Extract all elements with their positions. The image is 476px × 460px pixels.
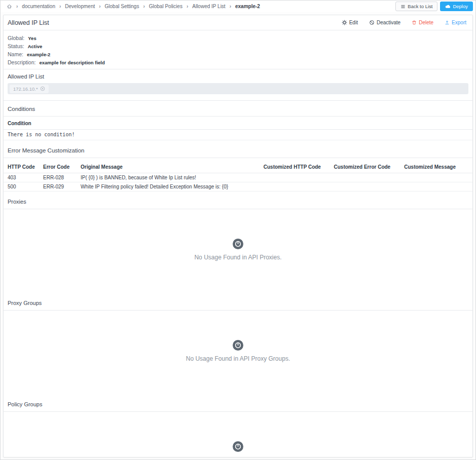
delete-button[interactable]: Delete bbox=[412, 20, 433, 25]
allowed-ip-list-section: Allowed IP List 172.16.10.* bbox=[4, 69, 472, 101]
gear-icon bbox=[342, 20, 347, 25]
proxies-section-header: Proxies bbox=[4, 191, 472, 209]
proxy-groups-section-header: Proxy Groups bbox=[4, 293, 472, 311]
trash-icon bbox=[412, 20, 417, 25]
original-message-header: Original Message bbox=[79, 158, 262, 173]
details-panel: Global: Yes Status: Active Name: example… bbox=[4, 30, 472, 69]
policy-groups-empty-message: No Usage Found in Policy Groups. bbox=[191, 456, 285, 457]
back-to-list-button[interactable]: Back to List bbox=[395, 2, 437, 11]
error-code-cell: ERR-028 bbox=[41, 173, 79, 182]
description-label: Description: bbox=[8, 59, 35, 65]
deploy-cloud-icon bbox=[445, 4, 451, 9]
error-customization-title: Error Message Customization bbox=[8, 147, 84, 154]
http-code-cell: 500 bbox=[4, 182, 41, 191]
conditions-section-header: Conditions bbox=[4, 101, 472, 117]
conditions-table: Condition There is no condition! bbox=[4, 117, 472, 140]
original-message-cell: IP( {0} ) is BANNED, because of White Ip… bbox=[79, 173, 262, 182]
customized-error-code-cell bbox=[332, 182, 402, 191]
breadcrumb-current: example-2 bbox=[235, 4, 260, 9]
circle-slash-icon bbox=[369, 20, 375, 25]
breadcrumb-separator-icon: › bbox=[187, 4, 188, 9]
table-row: There is no condition! bbox=[4, 130, 472, 140]
delete-label: Delete bbox=[419, 20, 433, 25]
breadcrumb-item-allowed-ip-list[interactable]: Allowed IP List bbox=[192, 4, 225, 9]
ip-tag-value: 172.16.10.* bbox=[13, 86, 38, 92]
info-circle-icon bbox=[233, 340, 243, 351]
proxy-groups-empty-message: No Usage Found in API Proxy Groups. bbox=[186, 355, 290, 362]
export-button[interactable]: Export bbox=[445, 20, 466, 25]
detail-status: Status: Active bbox=[8, 43, 468, 49]
customized-error-code-header: Customized Error Code bbox=[332, 158, 402, 173]
breadcrumb-separator-icon: › bbox=[143, 4, 144, 9]
deploy-button[interactable]: Deploy bbox=[440, 2, 473, 11]
breadcrumb-separator-icon: › bbox=[16, 4, 18, 9]
list-icon bbox=[400, 4, 406, 9]
customized-message-cell bbox=[402, 182, 472, 191]
breadcrumb-separator-icon: › bbox=[230, 4, 231, 9]
detail-global: Global: Yes bbox=[8, 35, 468, 41]
policy-groups-empty-state: No Usage Found in Policy Groups. bbox=[4, 412, 472, 457]
header-actions: Edit Deactivate Delete bbox=[342, 20, 466, 25]
name-value: example-2 bbox=[27, 52, 50, 57]
status-label: Status: bbox=[8, 43, 24, 49]
customized-http-code-cell bbox=[262, 182, 332, 191]
ip-tag: 172.16.10.* bbox=[10, 85, 49, 93]
breadcrumb-item-documentation[interactable]: documentation bbox=[22, 4, 55, 9]
page: › documentation › Development › Global S… bbox=[0, 0, 476, 460]
error-code-header: Error Code bbox=[41, 158, 79, 173]
proxies-empty-message: No Usage Found in API Proxies. bbox=[194, 254, 281, 261]
policy-groups-section-header: Policy Groups bbox=[4, 394, 472, 412]
status-value: Active bbox=[28, 44, 43, 49]
condition-column-header: Condition bbox=[4, 117, 472, 130]
deploy-label: Deploy bbox=[453, 4, 468, 9]
breadcrumb-separator-icon: › bbox=[99, 4, 100, 9]
breadcrumb-item-global-policies[interactable]: Global Policies bbox=[149, 4, 182, 9]
page-title: Allowed IP List bbox=[8, 19, 49, 26]
deactivate-button[interactable]: Deactivate bbox=[369, 20, 400, 25]
customized-message-cell bbox=[402, 173, 472, 182]
info-circle-icon bbox=[233, 441, 243, 452]
error-code-cell: ERR-029 bbox=[41, 182, 79, 191]
description-value: example for description field bbox=[39, 60, 104, 65]
proxy-groups-title: Proxy Groups bbox=[8, 300, 42, 306]
http-code-cell: 403 bbox=[4, 173, 41, 182]
proxy-groups-empty-state: No Usage Found in API Proxy Groups. bbox=[4, 311, 472, 394]
export-label: Export bbox=[452, 20, 466, 25]
conditions-header-row: Condition bbox=[4, 117, 472, 130]
http-code-header: HTTP Code bbox=[4, 158, 41, 173]
breadcrumb: › documentation › Development › Global S… bbox=[1, 1, 475, 12]
proxies-title: Proxies bbox=[8, 199, 26, 205]
edit-button[interactable]: Edit bbox=[342, 20, 358, 25]
card-header: Allowed IP List Edit Deactivate bbox=[4, 15, 472, 30]
table-row: 500 ERR-029 White IP Filtering policy fa… bbox=[4, 182, 472, 191]
edit-label: Edit bbox=[349, 20, 358, 25]
error-customization-section-header: Error Message Customization bbox=[4, 140, 472, 158]
customized-http-code-header: Customized HTTP Code bbox=[262, 158, 332, 173]
conditions-title: Conditions bbox=[8, 106, 35, 112]
breadcrumb-item-global-settings[interactable]: Global Settings bbox=[105, 4, 139, 9]
table-row: 403 ERR-028 IP( {0} ) is BANNED, because… bbox=[4, 173, 472, 182]
info-circle-icon bbox=[233, 239, 243, 249]
customized-message-header: Customized Message bbox=[402, 158, 472, 173]
detail-name: Name: example-2 bbox=[8, 51, 468, 57]
customized-http-code-cell bbox=[262, 173, 332, 182]
error-customization-table: HTTP Code Error Code Original Message Cu… bbox=[4, 158, 472, 191]
allowed-ip-list-section-title: Allowed IP List bbox=[8, 73, 468, 80]
policy-groups-title: Policy Groups bbox=[8, 401, 42, 407]
breadcrumb-separator-icon: › bbox=[59, 4, 61, 9]
name-label: Name: bbox=[8, 51, 23, 57]
breadcrumb-trail: › documentation › Development › Global S… bbox=[7, 4, 260, 9]
original-message-cell: White IP Filtering policy failed! Detail… bbox=[79, 182, 262, 191]
topbar-actions: Back to List Deploy bbox=[395, 2, 473, 11]
error-table-header-row: HTTP Code Error Code Original Message Cu… bbox=[4, 158, 472, 173]
ip-tags-field: 172.16.10.* bbox=[8, 83, 468, 94]
export-icon bbox=[445, 20, 450, 25]
no-condition-cell: There is no condition! bbox=[4, 130, 472, 140]
breadcrumb-item-development[interactable]: Development bbox=[65, 4, 95, 9]
home-icon[interactable] bbox=[7, 4, 12, 9]
global-value: Yes bbox=[28, 35, 36, 41]
customized-error-code-cell bbox=[332, 173, 402, 182]
deactivate-label: Deactivate bbox=[377, 20, 400, 25]
proxies-empty-state: No Usage Found in API Proxies. bbox=[4, 209, 472, 293]
back-to-list-label: Back to List bbox=[408, 4, 432, 9]
